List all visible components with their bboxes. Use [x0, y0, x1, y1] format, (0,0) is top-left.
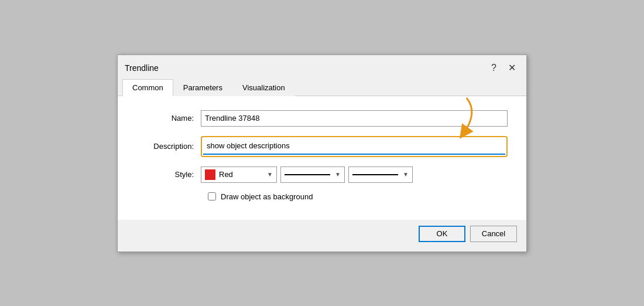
name-row: Name: — [136, 110, 508, 127]
line-preview-1 — [285, 174, 330, 175]
color-dropdown[interactable]: Red ▼ — [201, 166, 277, 183]
description-input[interactable] — [203, 138, 505, 155]
style-label: Style: — [136, 170, 201, 179]
help-button[interactable]: ? — [488, 62, 500, 74]
line-preview-2 — [352, 174, 398, 175]
style-row: Style: Red ▼ ▼ ▼ — [136, 166, 508, 183]
trendline-dialog: Trendline ? ✕ Common Parameters Visualiz… — [117, 55, 527, 252]
ok-button[interactable]: OK — [419, 226, 465, 242]
line-style-dropdown-1[interactable]: ▼ — [280, 166, 345, 183]
close-button[interactable]: ✕ — [505, 62, 519, 74]
color-chevron-icon: ▼ — [267, 171, 273, 178]
description-wrapper — [201, 136, 508, 157]
dialog-title: Trendline — [125, 63, 159, 73]
color-value: Red — [219, 170, 265, 179]
tab-bar: Common Parameters Visualization — [118, 79, 526, 96]
draw-background-label[interactable]: Draw object as background — [221, 192, 313, 201]
color-swatch — [205, 169, 215, 180]
tab-parameters[interactable]: Parameters — [173, 79, 232, 96]
description-row: Description: — [136, 136, 508, 157]
cancel-button[interactable]: Cancel — [470, 226, 517, 242]
title-bar-left: Trendline — [125, 63, 159, 73]
checkbox-row: Draw object as background — [208, 192, 508, 201]
line-style-dropdown-2[interactable]: ▼ — [348, 166, 413, 183]
description-label: Description: — [136, 142, 201, 151]
name-label: Name: — [136, 114, 201, 123]
line-chevron-icon-2: ▼ — [403, 171, 409, 178]
dialog-footer: OK Cancel — [118, 220, 526, 251]
tab-visualization[interactable]: Visualization — [232, 79, 295, 96]
tab-common[interactable]: Common — [122, 79, 173, 96]
draw-background-checkbox[interactable] — [208, 192, 216, 200]
name-input[interactable] — [201, 110, 508, 127]
title-bar: Trendline ? ✕ — [118, 55, 526, 76]
line-chevron-icon-1: ▼ — [335, 171, 341, 178]
dialog-content: Name: Description: Style: — [118, 96, 526, 220]
title-bar-right: ? ✕ — [488, 62, 519, 74]
